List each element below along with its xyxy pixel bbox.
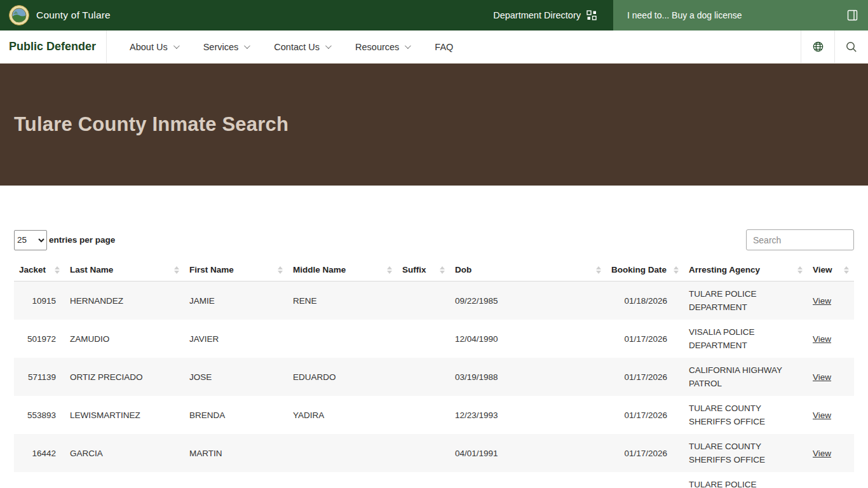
column-header-suffix[interactable]: Suffix — [397, 259, 450, 281]
nav-item-services[interactable]: Services — [191, 30, 262, 63]
table-row: 16442 GARCIA MARTIN 04/01/1991 01/17/202… — [14, 434, 854, 472]
nav-label: Resources — [355, 42, 399, 52]
cell-dob: 04/01/1991 — [450, 434, 606, 472]
entries-per-page-select[interactable]: 25 — [14, 230, 47, 250]
nav-item-contact-us[interactable]: Contact Us — [261, 30, 342, 63]
view-link[interactable]: View — [813, 449, 831, 458]
nav-label: Contact Us — [274, 42, 320, 52]
view-link[interactable]: View — [813, 372, 831, 382]
nav-divider — [106, 30, 107, 63]
cell-view: View — [808, 358, 854, 396]
cell-jacket: 501972 — [14, 320, 65, 358]
cell-arresting-agency: TULARE COUNTY SHERIFFS OFFICE — [684, 434, 808, 472]
cell-booking-date: 01/17/2026 — [606, 472, 684, 488]
column-header-last-name[interactable]: Last Name — [65, 259, 184, 281]
department-directory-link[interactable]: Department Directory — [493, 0, 597, 30]
cell-suffix — [397, 472, 450, 488]
column-header-arresting-agency[interactable]: Arresting Agency — [684, 259, 808, 281]
column-header-dob[interactable]: Dob — [450, 259, 606, 281]
chevron-down-icon — [405, 43, 411, 49]
cell-view: View — [808, 281, 854, 320]
cell-middle-name — [288, 434, 397, 472]
cell-suffix — [397, 358, 450, 396]
column-header-jacket[interactable]: Jacket — [14, 259, 65, 281]
cell-arresting-agency: VISALIA POLICE DEPARTMENT — [684, 320, 808, 358]
table-row: 501972 ZAMUDIO JAVIER 12/04/1990 01/17/2… — [14, 320, 854, 358]
cell-last-name: LANCASTER — [65, 472, 184, 488]
cell-first-name: MARTIN — [184, 434, 288, 472]
cell-dob: 01/21/1961 — [450, 472, 606, 488]
nav-label: About Us — [130, 42, 168, 52]
entries-per-page-label: entries per page — [49, 235, 115, 245]
cell-middle-name: RENE — [288, 281, 397, 320]
chevron-down-icon — [325, 43, 332, 49]
cell-booking-date: 01/18/2026 — [606, 281, 684, 320]
cell-first-name: BRENDA — [184, 396, 288, 434]
brand[interactable]: County of Tulare — [0, 0, 493, 30]
chevron-down-icon — [244, 43, 250, 49]
view-link[interactable]: View — [813, 296, 831, 306]
directory-grid-icon — [587, 10, 597, 20]
nav-item-resources[interactable]: Resources — [342, 30, 422, 63]
department-directory-label: Department Directory — [493, 10, 581, 20]
i-need-to-bar[interactable]: I need to... Buy a dog license — [613, 0, 868, 30]
cell-middle-name: YADIRA — [288, 396, 397, 434]
cell-jacket: 48900 — [14, 472, 65, 488]
cell-arresting-agency: CALIFORNIA HIGHWAY PATROL — [684, 358, 808, 396]
cell-first-name: JOSE — [184, 358, 288, 396]
hero-banner: Tulare County Inmate Search — [0, 64, 868, 186]
column-header-first-name[interactable]: First Name — [184, 259, 288, 281]
cell-dob: 12/04/1990 — [450, 320, 606, 358]
sort-icon — [797, 266, 803, 274]
view-link[interactable]: View — [813, 410, 831, 420]
cell-last-name: GARCIA — [65, 434, 184, 472]
language-globe-button[interactable] — [801, 30, 834, 63]
sort-icon — [440, 266, 445, 274]
cell-dob: 03/19/1988 — [450, 358, 606, 396]
table-header-row: Jacket Last Name First Name Middle Name … — [14, 259, 854, 281]
cell-view: View — [808, 396, 854, 434]
column-header-booking-date[interactable]: Booking Date — [606, 259, 684, 281]
chevron-down-icon — [173, 43, 180, 49]
main-content: 25 entries per page Jacket Last Name Fir… — [0, 229, 868, 488]
cell-suffix — [397, 281, 450, 320]
county-seal-logo — [9, 5, 29, 25]
cell-last-name: HERNANDEZ — [65, 281, 184, 320]
site-title-link[interactable]: Public Defender — [0, 30, 106, 63]
cell-middle-name: RANDLE — [288, 472, 397, 488]
panel-toggle-icon[interactable] — [847, 10, 858, 21]
table-row: 10915 HERNANDEZ JAMIE RENE 09/22/1985 01… — [14, 281, 854, 320]
column-header-middle-name[interactable]: Middle Name — [288, 259, 397, 281]
inmate-table-body: 10915 HERNANDEZ JAMIE RENE 09/22/1985 01… — [14, 281, 854, 488]
nav-label: Services — [203, 42, 239, 52]
cell-booking-date: 01/17/2026 — [606, 434, 684, 472]
column-header-view[interactable]: View — [808, 259, 854, 281]
nav-item-about-us[interactable]: About Us — [117, 30, 191, 63]
cell-last-name: ZAMUDIO — [65, 320, 184, 358]
cell-last-name: ORTIZ PRECIADO — [65, 358, 184, 396]
nav-label: FAQ — [435, 42, 453, 52]
brand-name: County of Tulare — [36, 10, 111, 21]
cell-arresting-agency: TULARE POLICE DEPARTMENT — [684, 472, 808, 488]
cell-view: View — [808, 472, 854, 488]
cell-booking-date: 01/17/2026 — [606, 358, 684, 396]
top-bar: County of Tulare Department Directory I … — [0, 0, 868, 30]
search-input[interactable] — [746, 229, 854, 250]
cell-first-name: JAMIE — [184, 281, 288, 320]
page-title: Tulare County Inmate Search — [14, 113, 288, 136]
cell-jacket: 571139 — [14, 358, 65, 396]
cell-middle-name — [288, 320, 397, 358]
cell-first-name: JAVIER — [184, 320, 288, 358]
search-button[interactable] — [835, 30, 868, 63]
i-need-to-label: I need to... Buy a dog license — [627, 10, 742, 20]
cell-suffix — [397, 320, 450, 358]
table-row: 571139 ORTIZ PRECIADO JOSE EDUARDO 03/19… — [14, 358, 854, 396]
cell-view: View — [808, 320, 854, 358]
view-link[interactable]: View — [813, 334, 831, 344]
nav-item-faq[interactable]: FAQ — [422, 30, 466, 63]
main-nav: Public Defender About Us Services Contac… — [0, 30, 868, 64]
cell-booking-date: 01/17/2026 — [606, 320, 684, 358]
cell-booking-date: 01/17/2026 — [606, 396, 684, 434]
cell-view: View — [808, 434, 854, 472]
globe-icon — [812, 41, 824, 53]
